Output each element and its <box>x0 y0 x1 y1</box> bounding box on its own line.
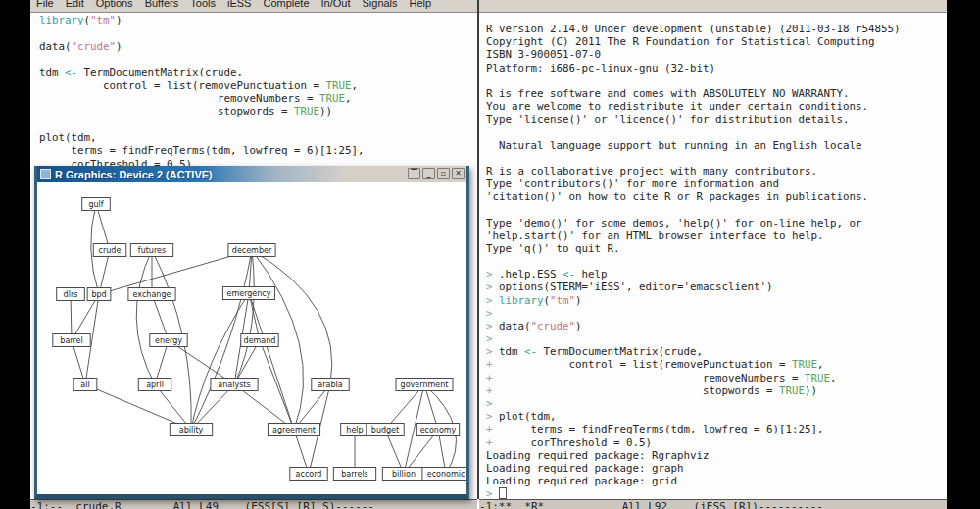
graph-edge <box>96 204 110 250</box>
text-line: Type 'demo()' for some demos, 'help()' f… <box>486 217 947 229</box>
text-line <box>486 255 947 268</box>
menu-item-options[interactable]: Options <box>90 0 139 9</box>
text-line: Natural language support but running in … <box>486 139 947 152</box>
code-text: library("tm") data("crude") tdm <- TermD… <box>30 13 477 171</box>
menu-bar: FileEditOptionsBuffersToolsiESSCompleteI… <box>30 0 947 13</box>
text-line: removeNumbers = TRUE, <box>39 92 477 105</box>
plot-area: gulfcrudefuturesdecemberdlrsbpdexchangee… <box>37 182 466 494</box>
text-line: > <box>486 487 947 499</box>
text-line: Loading required package: Rgraphviz <box>486 449 947 462</box>
text-line: You are welcome to redistribute it under… <box>486 100 947 113</box>
text-line <box>39 119 477 131</box>
text-line <box>486 152 947 165</box>
graph-edge <box>249 293 294 430</box>
mode-line-left: -1:-- crude.R All L49 (ESS[S] [R] S)----… <box>30 499 477 509</box>
graph-node-label: demand <box>244 336 276 345</box>
menu-item-tools[interactable]: Tools <box>184 0 221 9</box>
menu-item-complete[interactable]: Complete <box>257 0 315 9</box>
text-line: control = list(removePunctuation = TRUE, <box>39 79 477 92</box>
menu-item-iess[interactable]: iESS <box>221 0 257 9</box>
menu-item-buffers[interactable]: Buffers <box>139 0 185 9</box>
graph-node-label: government <box>401 381 449 389</box>
mode-line-right: -1:** *R* All L92 (iESS [R])---------- <box>479 499 947 509</box>
graph-node-label: crude <box>99 246 122 255</box>
text-line: library("tm") <box>39 14 477 26</box>
menu-item-inout[interactable]: In/Out <box>316 0 357 9</box>
text-line: Type 'license()' or 'licence()' for dist… <box>486 113 947 126</box>
window-icon <box>40 169 51 179</box>
graph-node-label: exchange <box>133 290 172 299</box>
graph-node-label: emergency <box>227 289 271 298</box>
text-line: ISBN 3-900051-07-0 <box>486 48 947 61</box>
text-line: + control = list(removePunctuation = TRU… <box>486 358 947 371</box>
text-line: > .help.ESS <- help <box>486 268 947 280</box>
menu-item-file[interactable]: File <box>30 0 60 9</box>
menu-item-edit[interactable]: Edit <box>60 0 90 9</box>
text-line: tdm <- TermDocumentMatrix(crude, <box>39 66 477 78</box>
graph-node-label: economy <box>420 426 457 434</box>
text-line: > <box>486 332 947 345</box>
graph-edge <box>252 250 332 384</box>
shade-button[interactable]: ▔ <box>408 168 420 179</box>
graph-node-label: bpd <box>91 290 106 299</box>
console-cursor <box>499 487 507 499</box>
graph-node-label: accord <box>296 470 322 479</box>
maximize-button[interactable]: ▫ <box>437 168 450 179</box>
text-line <box>486 75 947 87</box>
graph-node-label: barrels <box>341 470 368 479</box>
text-line: > <box>486 307 947 320</box>
graphics-titlebar[interactable]: R Graphics: Device 2 (ACTIVE) ▔_▫✕ <box>37 166 466 182</box>
text-line: stopwords = TRUE)) <box>39 105 477 118</box>
close-button[interactable]: ✕ <box>452 168 465 179</box>
text-line <box>39 53 477 66</box>
graph-node-label: arabia <box>318 381 342 389</box>
text-line: R is a collaborative project with many c… <box>486 165 947 178</box>
text-line: Type 'q()' to quit R. <box>486 242 947 255</box>
text-line: 'citation()' on how to cite R or R packa… <box>486 190 947 203</box>
graph-node-label: barrel <box>60 336 82 345</box>
text-line: Copyright (C) 2011 The R Foundation for … <box>486 35 947 48</box>
emacs-frame: FileEditOptionsBuffersToolsiESSCompleteI… <box>30 0 947 509</box>
graph-node-label: dlrs <box>64 290 78 299</box>
term-graph: gulfcrudefuturesdecemberdlrsbpdexchangee… <box>37 182 466 494</box>
graph-node-label: budget <box>371 426 399 434</box>
text-line: > tdm <- TermDocumentMatrix(crude, <box>486 345 947 358</box>
menu-item-signals[interactable]: Signals <box>356 0 403 9</box>
console-pane[interactable]: R version 2.14.0 Under development (unst… <box>479 13 947 499</box>
text-line: + terms = findFreqTerms(tdm, lowfreq = 6… <box>486 423 947 435</box>
text-line <box>39 26 477 39</box>
text-line: + corThreshold = 0.5) <box>486 436 947 449</box>
text-line: plot(tdm, <box>39 131 477 144</box>
graph-node-label: help <box>346 426 363 434</box>
text-line: Type 'contributors()' for more informati… <box>486 178 947 190</box>
minimize-button[interactable]: _ <box>422 168 435 179</box>
menu-item-help[interactable]: Help <box>404 0 438 9</box>
graph-node-label: gulf <box>88 200 103 209</box>
text-line: Loading required package: graph <box>486 462 947 475</box>
graph-node-label: analysts <box>218 381 250 389</box>
text-line: + stopwords = TRUE)) <box>486 384 947 397</box>
text-line: data("crude") <box>39 40 477 53</box>
graph-node-label: december <box>232 246 272 255</box>
graphics-window-title: R Graphics: Device 2 (ACTIVE) <box>55 169 213 180</box>
text-line: > data("crude") <box>486 320 947 332</box>
text-line: terms = findFreqTerms(tdm, lowfreq = 6)[… <box>39 144 477 157</box>
graph-node-label: april <box>146 381 164 389</box>
graph-node-label: economic <box>427 470 466 479</box>
window-buttons: ▔_▫✕ <box>408 168 465 179</box>
graph-edge <box>72 294 99 340</box>
text-line <box>486 126 947 138</box>
text-line <box>486 203 947 216</box>
graph-node-label: ability <box>179 426 204 434</box>
text-line: + removeNumbers = TRUE, <box>486 372 947 384</box>
graph-edge <box>152 294 169 340</box>
graph-node-label: ali <box>80 381 89 389</box>
text-line: Platform: i686-pc-linux-gnu (32-bit) <box>486 62 947 75</box>
text-line: 'help.start()' for an HTML browser inter… <box>486 229 947 242</box>
graph-node-label: futures <box>138 246 166 255</box>
text-line: R version 2.14.0 Under development (unst… <box>486 23 947 35</box>
graphics-window[interactable]: R Graphics: Device 2 (ACTIVE) ▔_▫✕ gulfc… <box>34 166 469 499</box>
graph-node-label: billion <box>392 470 416 479</box>
text-line: R is free software and comes with ABSOLU… <box>486 87 947 100</box>
graph-edge <box>71 294 72 340</box>
